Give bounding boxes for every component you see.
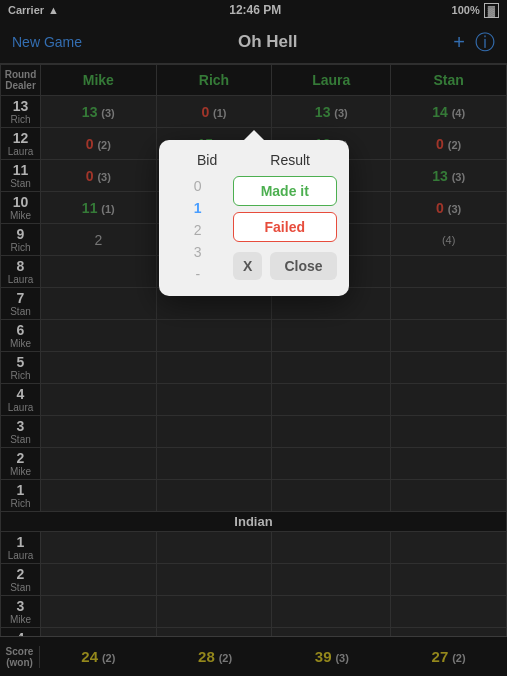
close-button[interactable]: Close [270, 252, 336, 280]
failed-button[interactable]: Failed [233, 212, 336, 242]
x-button[interactable]: X [233, 252, 262, 280]
modal-body: 0 1 2 3 - Made it Failed X Close [171, 176, 337, 284]
bid-option-2[interactable]: 2 [171, 220, 226, 240]
modal-header: Bid Result [171, 152, 337, 168]
modal-overlay: Bid Result 0 1 2 3 - Made it Failed X Cl… [0, 0, 507, 676]
made-it-button[interactable]: Made it [233, 176, 336, 206]
bid-result-modal: Bid Result 0 1 2 3 - Made it Failed X Cl… [159, 140, 349, 296]
modal-bid-label: Bid [197, 152, 217, 168]
bid-option-1[interactable]: 1 [171, 198, 226, 218]
modal-result-label: Result [270, 152, 310, 168]
modal-result-section: Made it Failed X Close [233, 176, 336, 284]
modal-result-buttons: Made it Failed [233, 176, 336, 242]
bid-option-dash[interactable]: - [171, 264, 226, 284]
modal-bottom-row: X Close [233, 252, 336, 280]
bid-option-0[interactable]: 0 [171, 176, 226, 196]
bid-option-3[interactable]: 3 [171, 242, 226, 262]
bid-list: 0 1 2 3 - [171, 176, 226, 284]
